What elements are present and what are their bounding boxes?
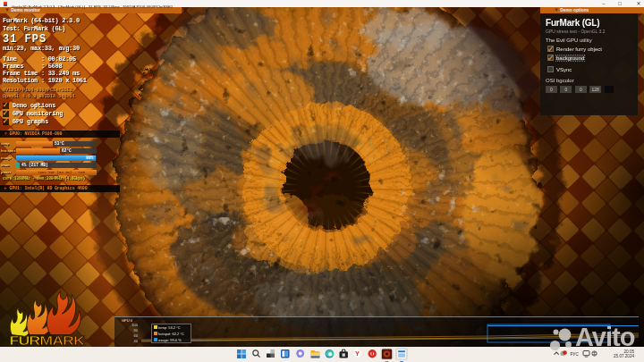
svg-text:Y: Y	[355, 349, 360, 358]
svg-text:FURMARK: FURMARK	[9, 333, 84, 348]
